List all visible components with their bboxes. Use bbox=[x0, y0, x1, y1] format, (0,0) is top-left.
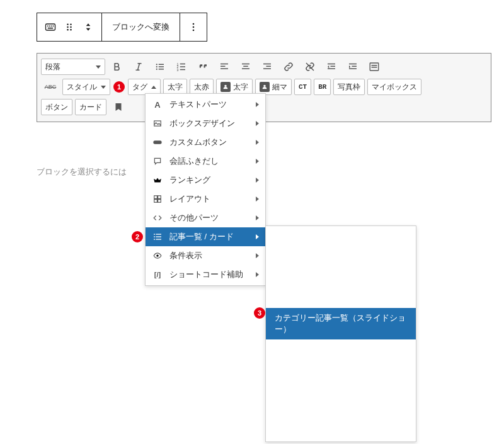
svg-rect-26 bbox=[180, 69, 185, 71]
code-icon bbox=[152, 212, 163, 224]
chevron-up-icon bbox=[151, 86, 156, 89]
photo-frame-button[interactable]: 写真枠 bbox=[333, 79, 365, 95]
indent-icon[interactable] bbox=[343, 57, 362, 76]
format-select[interactable]: 段落 bbox=[41, 59, 105, 75]
sub-recommended-article-list[interactable]: おすすめ記事一覧 bbox=[266, 400, 416, 420]
menu-ranking[interactable]: ランキング bbox=[146, 171, 265, 190]
svg-text:3: 3 bbox=[177, 68, 179, 72]
svg-rect-35 bbox=[263, 68, 271, 69]
svg-rect-24 bbox=[180, 64, 185, 65]
menu-custom-button[interactable]: カスタムボタン bbox=[146, 133, 265, 152]
unlink-icon[interactable] bbox=[301, 57, 319, 76]
chevron-right-icon bbox=[256, 121, 259, 126]
card-button[interactable]: カード bbox=[75, 99, 106, 115]
svg-rect-58 bbox=[156, 239, 161, 239]
align-right-icon[interactable] bbox=[258, 57, 277, 76]
outdent-icon[interactable] bbox=[322, 57, 341, 76]
svg-rect-49 bbox=[154, 196, 158, 199]
svg-rect-4 bbox=[53, 26, 54, 27]
quote-icon[interactable] bbox=[193, 57, 212, 76]
svg-rect-48 bbox=[153, 140, 161, 144]
svg-rect-52 bbox=[158, 200, 161, 203]
block-toolbar-group-1 bbox=[37, 13, 102, 41]
link-icon[interactable] bbox=[279, 57, 298, 76]
svg-rect-29 bbox=[220, 68, 228, 69]
menu-layout[interactable]: レイアウト bbox=[146, 190, 265, 208]
sub-blog-card[interactable]: ブログカード bbox=[266, 420, 416, 440]
menu-speech-bubble[interactable]: 会話ふきだし bbox=[146, 152, 265, 171]
chevron-right-icon bbox=[256, 253, 259, 258]
svg-rect-50 bbox=[158, 196, 161, 199]
block-toolbar: ブロックへ変換 bbox=[37, 13, 207, 42]
more-options-icon[interactable] bbox=[184, 16, 203, 38]
chevron-down-icon bbox=[101, 86, 106, 89]
button-button[interactable]: ボタン bbox=[41, 99, 72, 115]
svg-rect-25 bbox=[180, 66, 185, 67]
callout-1: 1 bbox=[113, 81, 125, 93]
callout-3: 3 bbox=[254, 307, 265, 319]
svg-rect-37 bbox=[331, 66, 336, 67]
svg-point-8 bbox=[67, 26, 69, 28]
svg-rect-43 bbox=[372, 65, 377, 66]
clear-format-icon[interactable]: ABC bbox=[41, 77, 60, 96]
svg-rect-40 bbox=[352, 66, 357, 67]
toolbar-toggle-icon[interactable] bbox=[365, 57, 384, 76]
svg-point-7 bbox=[70, 24, 72, 26]
svg-point-9 bbox=[70, 26, 72, 28]
menu-shortcode-helper[interactable]: [/] ショートコード補助 bbox=[146, 265, 265, 284]
sub-tag-article-list[interactable]: タグ記事一覧 bbox=[266, 339, 416, 360]
sub-tag-article-list-slideshow[interactable]: タグ記事一覧（スライドショー） bbox=[266, 380, 416, 400]
callout-2: 2 bbox=[132, 231, 143, 242]
person-icon bbox=[260, 82, 270, 92]
move-updown-icon[interactable] bbox=[79, 16, 98, 38]
sub-category-article-list[interactable]: カテゴリー記事一覧 bbox=[266, 268, 416, 288]
list-icon bbox=[152, 231, 163, 242]
svg-point-46 bbox=[263, 85, 265, 87]
menu-text-parts[interactable]: A テキストパーツ bbox=[146, 95, 265, 114]
align-center-icon[interactable] bbox=[236, 57, 255, 76]
svg-rect-33 bbox=[263, 64, 271, 65]
sub-article-list[interactable]: 記事一覧 bbox=[266, 227, 416, 248]
keyboard-icon[interactable] bbox=[41, 16, 60, 38]
svg-point-13 bbox=[193, 26, 195, 28]
italic-icon[interactable] bbox=[129, 57, 148, 76]
sub-category-article-list-slideshow[interactable]: カテゴリー記事一覧（スライドショー） bbox=[266, 308, 416, 339]
tag-dropdown-menu: A テキストパーツ ボックスデザイン カスタムボタン 会話ふきだし ランキング … bbox=[145, 93, 266, 286]
chevron-down-icon bbox=[96, 65, 101, 69]
svg-point-59 bbox=[156, 254, 159, 257]
svg-rect-30 bbox=[242, 64, 249, 65]
mybox-button[interactable]: マイボックス bbox=[367, 79, 421, 95]
toolbar-row-1: 段落 123 bbox=[41, 57, 487, 76]
number-list-icon[interactable]: 123 bbox=[172, 57, 191, 76]
bold-icon[interactable] bbox=[108, 57, 127, 76]
align-left-icon[interactable] bbox=[215, 57, 234, 76]
svg-rect-3 bbox=[51, 26, 52, 27]
menu-box-design[interactable]: ボックスデザイン bbox=[146, 114, 265, 133]
menu-article-list-card[interactable]: 記事一覧 / カード 記事一覧 記事一覧（スライドショー） カテゴリー記事一覧 … bbox=[146, 227, 265, 246]
eye-icon bbox=[152, 250, 163, 261]
svg-rect-53 bbox=[154, 234, 155, 234]
style-select-label: スタイル bbox=[67, 82, 97, 93]
bookmark-icon[interactable] bbox=[109, 98, 128, 117]
svg-rect-0 bbox=[46, 24, 55, 30]
block-toolbar-group-2: ブロックへ変換 bbox=[102, 13, 180, 41]
convert-block-button[interactable]: ブロックへ変換 bbox=[106, 16, 176, 38]
drag-handle-icon[interactable] bbox=[60, 16, 79, 38]
svg-rect-38 bbox=[328, 68, 335, 69]
menu-other-parts[interactable]: その他パーツ bbox=[146, 208, 265, 227]
sub-category-article-list-load[interactable]: カテゴリー記事一覧（読込） bbox=[266, 288, 416, 308]
sub-tag-article-list-load[interactable]: タグ記事一覧（読込） bbox=[266, 360, 416, 380]
ct-button[interactable]: CT bbox=[294, 79, 311, 95]
menu-condition-display[interactable]: 条件表示 bbox=[146, 246, 265, 265]
bullet-list-icon[interactable] bbox=[151, 57, 169, 76]
format-select-label: 段落 bbox=[45, 62, 60, 72]
svg-rect-34 bbox=[266, 66, 272, 67]
br-button[interactable]: BR bbox=[314, 79, 331, 95]
sub-article-list-slideshow[interactable]: 記事一覧（スライドショー） bbox=[266, 248, 416, 268]
svg-rect-36 bbox=[328, 64, 335, 65]
svg-point-6 bbox=[67, 24, 69, 26]
chat-icon bbox=[152, 156, 163, 167]
chevron-right-icon bbox=[256, 140, 259, 145]
svg-rect-41 bbox=[349, 68, 357, 69]
style-select[interactable]: スタイル bbox=[62, 79, 110, 95]
